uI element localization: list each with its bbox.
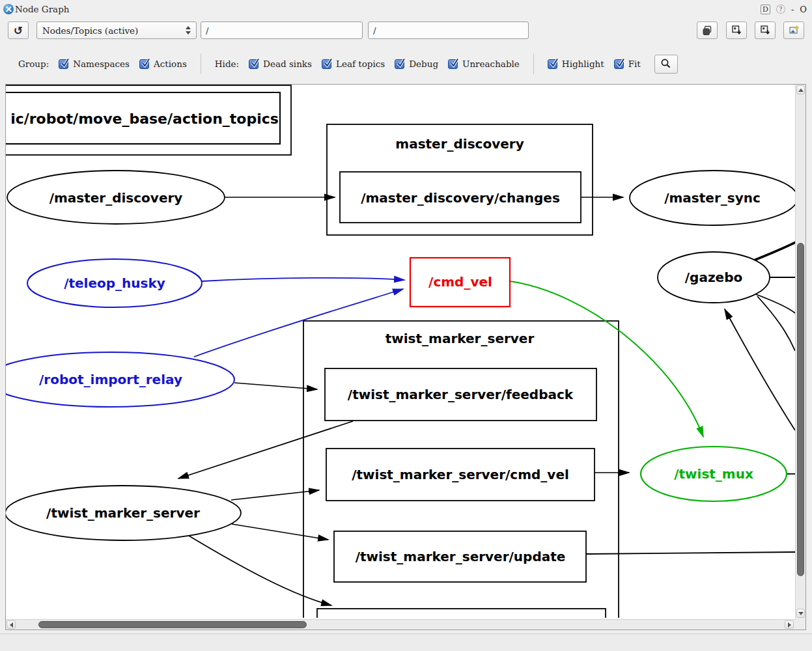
graph-type-value: Nodes/Topics (active) xyxy=(42,25,138,36)
save-image-icon xyxy=(789,25,800,36)
copy-icon xyxy=(702,25,712,36)
edge-gazebo-offscreen-4 xyxy=(757,296,795,351)
refresh-icon: ↺ xyxy=(14,24,23,37)
save-svg-button[interactable] xyxy=(755,21,776,39)
scrollbar-corner xyxy=(795,619,805,630)
topic-tms-cmd-vel[interactable] xyxy=(326,449,595,501)
vertical-scrollbar[interactable] xyxy=(795,85,805,619)
node-master-sync[interactable] xyxy=(630,171,795,225)
hide-label: Hide: xyxy=(215,59,239,69)
graph-type-select[interactable]: Nodes/Topics (active) xyxy=(36,21,197,39)
checkbox-namespaces[interactable]: Namespaces xyxy=(59,59,130,69)
checkbox-label: Dead sinks xyxy=(263,59,312,69)
scroll-left-icon[interactable] xyxy=(7,620,16,629)
checkbox-checked-icon xyxy=(322,59,331,69)
checkbox-label: Unreachable xyxy=(462,59,520,69)
toolbar: ↺ Nodes/Topics (active) xyxy=(0,20,812,43)
checkbox-checked-icon xyxy=(59,59,68,69)
close-button[interactable]: O xyxy=(800,5,807,14)
refresh-button[interactable]: ↺ xyxy=(8,21,29,39)
topic-tms-bottom-partial[interactable] xyxy=(317,609,606,618)
help-icon[interactable]: ? xyxy=(776,5,785,14)
checkbox-fit[interactable]: Fit xyxy=(614,59,641,69)
scroll-up-icon[interactable] xyxy=(796,85,805,94)
status-bar xyxy=(0,633,812,651)
namespace-filter-input[interactable] xyxy=(201,21,363,39)
checkbox-label: Actions xyxy=(154,59,187,69)
checkbox-label: Namespaces xyxy=(73,59,130,69)
node-teleop-husky[interactable] xyxy=(27,259,202,307)
checkbox-highlight[interactable]: Highlight xyxy=(548,59,604,69)
topic-filter-input[interactable] xyxy=(368,21,529,39)
copy-dot-button[interactable] xyxy=(697,21,718,39)
topic-tms-update[interactable] xyxy=(334,531,586,582)
graph-canvas[interactable]: ic/robot/move_base/action_topics master_… xyxy=(5,84,806,630)
detach-button[interactable]: D xyxy=(761,5,770,14)
separator xyxy=(201,53,201,74)
checkbox-checked-icon xyxy=(614,59,624,69)
checkbox-actions[interactable]: Actions xyxy=(139,59,187,69)
minimize-button[interactable]: - xyxy=(791,5,794,14)
checkbox-checked-icon xyxy=(249,59,259,69)
edge-gazebo-offscreen-1 xyxy=(749,242,795,262)
topic-tms-feedback[interactable] xyxy=(325,368,596,421)
checkbox-checked-icon xyxy=(448,59,458,69)
graph-viewport[interactable]: ic/robot/move_base/action_topics master_… xyxy=(6,85,795,618)
magnifier-icon xyxy=(660,58,672,70)
checkbox-label: Highlight xyxy=(562,59,604,69)
node-twist-mux[interactable] xyxy=(641,447,787,501)
node-twist-marker-server[interactable] xyxy=(6,486,241,540)
node-robot-import-relay[interactable] xyxy=(6,352,234,407)
checkbox-dead-sinks[interactable]: Dead sinks xyxy=(249,59,312,69)
spinner-arrows-icon xyxy=(186,26,191,35)
edge-teleophusky-cmdvel xyxy=(202,278,404,281)
window-title: Node Graph xyxy=(15,4,70,14)
checkbox-debug[interactable]: Debug xyxy=(395,59,438,69)
save-dot-icon xyxy=(731,25,742,36)
titlebar: Node Graph D ? - O xyxy=(0,0,812,18)
horizontal-scrollbar-thumb[interactable] xyxy=(38,621,307,628)
checkbox-label: Fit xyxy=(628,59,641,69)
topic-cmd-vel[interactable] xyxy=(410,258,510,307)
rqt-logo-icon xyxy=(3,4,14,14)
checkbox-checked-icon xyxy=(548,59,557,69)
edge-gazebo-offscreen-3 xyxy=(754,294,795,313)
checkbox-label: Debug xyxy=(409,59,438,69)
node-master-discovery[interactable] xyxy=(7,171,225,224)
vertical-scrollbar-thumb[interactable] xyxy=(797,243,804,576)
checkbox-unreachable[interactable]: Unreachable xyxy=(448,59,520,69)
node-gazebo[interactable] xyxy=(658,252,770,303)
checkbox-checked-icon xyxy=(139,59,149,69)
scroll-right-icon[interactable] xyxy=(785,620,794,629)
separator xyxy=(533,53,534,74)
horizontal-scrollbar[interactable] xyxy=(6,619,795,630)
fit-in-view-button[interactable] xyxy=(654,55,678,74)
edge-offscreen-gazebo xyxy=(725,309,795,430)
save-svg-icon xyxy=(760,25,771,36)
filter-bar: Group: Namespaces Actions Hide: Dead sin… xyxy=(0,51,812,77)
topic-box-action-topics[interactable] xyxy=(6,92,280,144)
save-image-button[interactable] xyxy=(783,21,804,39)
dock-widget-controls: D ? - O xyxy=(761,5,807,14)
topic-master-discovery-changes[interactable] xyxy=(340,172,581,223)
scroll-down-icon[interactable] xyxy=(796,609,805,618)
save-dot-button[interactable] xyxy=(726,21,747,39)
checkbox-checked-icon xyxy=(395,59,404,69)
checkbox-leaf-topics[interactable]: Leaf topics xyxy=(322,59,385,69)
node-graph-svg xyxy=(6,85,795,618)
group-label: Group: xyxy=(18,59,49,69)
checkbox-label: Leaf topics xyxy=(336,59,385,69)
